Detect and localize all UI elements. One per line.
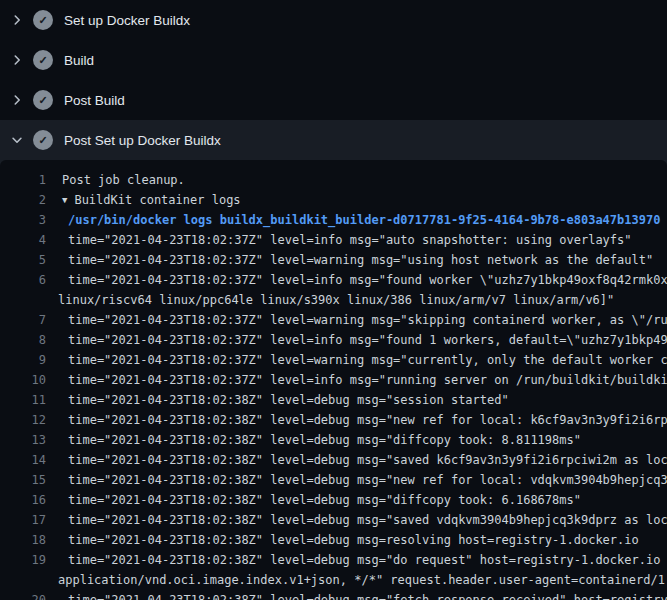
log-line: 2 ▼BuildKit container logs [0,190,667,210]
log-line-text: time="2021-04-23T18:02:38Z" level=debug … [46,450,667,470]
step-label: Post Build [64,93,125,108]
log-line: 5 time="2021-04-23T18:02:37Z" level=warn… [0,250,667,270]
step-label: Post Set up Docker Buildx [64,133,221,148]
log-line-text: time="2021-04-23T18:02:38Z" level=debug … [46,470,667,490]
log-line-text: time="2021-04-23T18:02:37Z" level=info m… [46,370,667,390]
chevron-right-icon [9,52,25,68]
log-line-number[interactable]: 16 [0,490,46,510]
log-line: 12 time="2021-04-23T18:02:38Z" level=deb… [0,410,667,430]
chevron-right-icon [9,92,25,108]
log-line-text: time="2021-04-23T18:02:37Z" level=info m… [46,270,667,290]
log-line-text: time="2021-04-23T18:02:38Z" level=debug … [46,390,509,410]
log-line-text: time="2021-04-23T18:02:38Z" level=debug … [46,530,639,550]
log-line-number[interactable]: 15 [0,470,46,490]
check-circle-icon: ✓ [33,50,53,70]
log-line-number[interactable]: 8 [0,330,46,350]
log-line-text: time="2021-04-23T18:02:37Z" level=info m… [46,230,632,250]
log-line-continuation: linux/riscv64 linux/ppc64le linux/s390x … [0,290,667,310]
log-line-number [0,570,46,590]
log-line-text: time="2021-04-23T18:02:37Z" level=warnin… [46,250,653,270]
log-line-text: time="2021-04-23T18:02:38Z" level=debug … [46,550,667,570]
log-line: 17 time="2021-04-23T18:02:38Z" level=deb… [0,510,667,530]
log-line-number[interactable]: 11 [0,390,46,410]
step-row-2[interactable]: ✓ Post Build [0,80,667,120]
check-circle-icon: ✓ [33,10,53,30]
log-line-text: time="2021-04-23T18:02:38Z" level=debug … [46,510,667,530]
log-line-number[interactable]: 9 [0,350,46,370]
log-line-number [0,290,46,310]
log-line-number[interactable]: 13 [0,430,46,450]
log-line: 15 time="2021-04-23T18:02:38Z" level=deb… [0,470,667,490]
group-title[interactable]: BuildKit container logs [74,190,240,210]
step-row-3[interactable]: ✓ Post Set up Docker Buildx [0,120,667,160]
log-line-number[interactable]: 4 [0,230,46,250]
log-line-number[interactable]: 10 [0,370,46,390]
log-line: 14 time="2021-04-23T18:02:38Z" level=deb… [0,450,667,470]
log-line-number[interactable]: 2 [0,190,46,210]
log-line-text: /usr/bin/docker logs buildx_buildkit_bui… [46,210,660,230]
log-line: 1 Post job cleanup. [0,170,667,190]
log-line-number[interactable]: 17 [0,510,46,530]
log-line-number[interactable]: 12 [0,410,46,430]
step-label: Build [64,53,94,68]
log-line-text: time="2021-04-23T18:02:38Z" level=debug … [46,410,667,430]
log-line: 6 time="2021-04-23T18:02:37Z" level=info… [0,270,667,290]
log-line-text: time="2021-04-23T18:02:37Z" level=warnin… [46,310,667,330]
check-circle-icon: ✓ [33,90,53,110]
log-line-number[interactable]: 3 [0,210,46,230]
log-line-number[interactable]: 7 [0,310,46,330]
log-line-number[interactable]: 19 [0,550,46,570]
log-line-text: time="2021-04-23T18:02:38Z" level=debug … [46,590,667,600]
log-line-text: Post job cleanup. [46,170,185,190]
log-line-text: linux/riscv64 linux/ppc64le linux/s390x … [46,290,614,310]
log-line-number[interactable]: 5 [0,250,46,270]
log-line: 10 time="2021-04-23T18:02:37Z" level=inf… [0,370,667,390]
check-circle-icon: ✓ [33,130,53,150]
log-line: 3 /usr/bin/docker logs buildx_buildkit_b… [0,210,667,230]
log-line: 4 time="2021-04-23T18:02:37Z" level=info… [0,230,667,250]
step-row-1[interactable]: ✓ Build [0,40,667,80]
log-line-number[interactable]: 14 [0,450,46,470]
log-line: 9 time="2021-04-23T18:02:37Z" level=warn… [0,350,667,370]
log-area: 1 Post job cleanup. 2 ▼BuildKit containe… [0,160,667,600]
log-line-continuation: application/vnd.oci.image.index.v1+json,… [0,570,667,590]
log-line: 20 time="2021-04-23T18:02:38Z" level=deb… [0,590,667,600]
log-line-number[interactable]: 6 [0,270,46,290]
log-line: 8 time="2021-04-23T18:02:37Z" level=info… [0,330,667,350]
log-line-text: time="2021-04-23T18:02:38Z" level=debug … [46,430,581,450]
log-line: 11 time="2021-04-23T18:02:38Z" level=deb… [0,390,667,410]
expanded-step-header-slot: ✓ Post Set up Docker Buildx [0,120,667,160]
expanded-step-group: ✓ Post Set up Docker Buildx 1 Post job c… [0,120,667,600]
log-line-text: ▼BuildKit container logs [46,190,241,210]
group-expanded-icon[interactable]: ▼ [62,190,67,210]
log-line: 7 time="2021-04-23T18:02:37Z" level=warn… [0,310,667,330]
steps-list: ✓ Set up Docker Buildx ✓ Build ✓ Post Bu… [0,0,667,120]
log-line-number[interactable]: 1 [0,170,46,190]
log-line: 13 time="2021-04-23T18:02:38Z" level=deb… [0,430,667,450]
step-row-0[interactable]: ✓ Set up Docker Buildx [0,0,667,40]
log-line-number[interactable]: 20 [0,590,46,600]
chevron-down-icon [9,132,25,148]
log-line-text: application/vnd.oci.image.index.v1+json,… [46,570,667,590]
step-label: Set up Docker Buildx [64,13,190,28]
log-line-number[interactable]: 18 [0,530,46,550]
log-line-text: time="2021-04-23T18:02:37Z" level=warnin… [46,350,667,370]
chevron-right-icon [9,12,25,28]
log-line: 16 time="2021-04-23T18:02:38Z" level=deb… [0,490,667,510]
log-line-text: time="2021-04-23T18:02:37Z" level=info m… [46,330,667,350]
log-line: 18 time="2021-04-23T18:02:38Z" level=deb… [0,530,667,550]
log-line: 19 time="2021-04-23T18:02:38Z" level=deb… [0,550,667,570]
log-line-text: time="2021-04-23T18:02:38Z" level=debug … [46,490,581,510]
